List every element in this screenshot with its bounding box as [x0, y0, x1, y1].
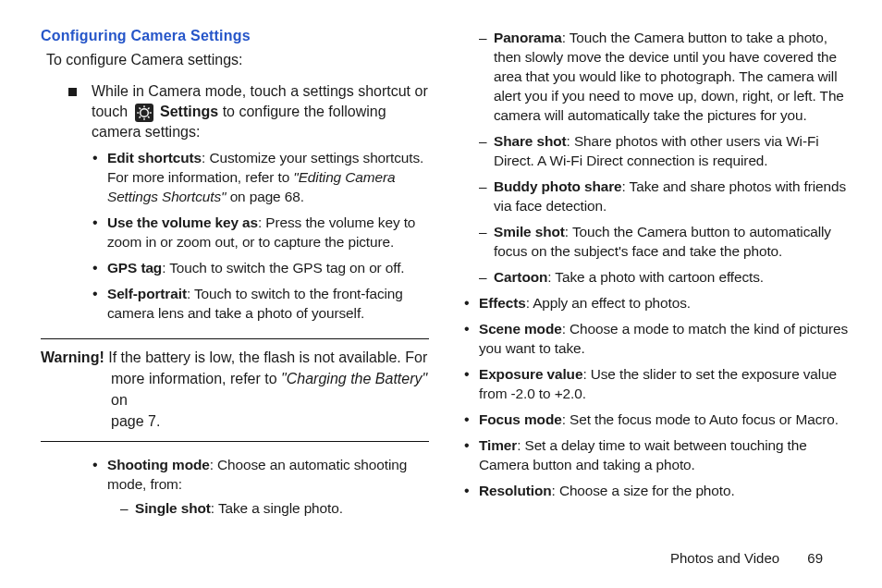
settings-list-right: Effects: Apply an effect to photos. Scen… — [464, 293, 851, 507]
item-bold: Edit shortcuts — [107, 150, 202, 165]
section-heading: Configuring Camera Settings — [41, 28, 429, 44]
t: more information, refer to — [111, 371, 281, 386]
list-item: Single shot: Take a single photo. — [120, 498, 429, 518]
list-item: Edit shortcuts: Customize your settings … — [92, 148, 429, 206]
warning-line2: more information, refer to "Charging the… — [41, 368, 429, 410]
item-bold: Share shot — [494, 133, 567, 149]
settings-list-2: Shooting mode: Choose an automatic shoot… — [92, 455, 429, 524]
item-bold: Panorama — [494, 30, 562, 45]
square-bullet-icon — [68, 88, 77, 96]
sub-list: Single shot: Take a single photo. — [120, 498, 429, 518]
item-bold: Resolution — [479, 483, 552, 498]
footer-section: Photos and Video — [670, 550, 779, 566]
t: on — [111, 392, 128, 408]
list-item: Share shot: Share photos with other user… — [479, 131, 851, 170]
divider — [41, 338, 429, 339]
item-rest: : Apply an effect to photos. — [526, 295, 691, 311]
list-item: Timer: Set a delay time to wait between … — [464, 435, 851, 474]
item-bold: Effects — [479, 295, 526, 311]
item-bold: Smile shot — [494, 224, 565, 239]
warning-line1: If the battery is low, the flash is not … — [104, 349, 428, 365]
gear-icon — [135, 104, 153, 122]
item-rest: : Take a single photo. — [211, 500, 343, 516]
page-number: 69 — [807, 550, 823, 566]
item-bold: Focus mode — [479, 411, 562, 427]
item-rest: : Choose a size for the photo. — [552, 483, 735, 498]
item-bold: Buddy photo share — [494, 178, 622, 194]
settings-list-1: Edit shortcuts: Customize your settings … — [92, 148, 429, 329]
item-bold: Single shot — [135, 500, 211, 516]
item-bold: Exposure value — [479, 366, 582, 382]
list-item: Shooting mode: Choose an automatic shoot… — [92, 455, 429, 518]
page-footer: Photos and Video 69 — [670, 550, 823, 566]
item-bold: Timer — [479, 437, 517, 453]
item-tail: on page 68. — [226, 189, 303, 204]
list-item: Focus mode: Set the focus mode to Auto f… — [464, 410, 851, 429]
list-item: Effects: Apply an effect to photos. — [464, 293, 851, 312]
item-rest: : Take a photo with cartoon effects. — [547, 269, 764, 285]
item-bold: GPS tag — [107, 260, 162, 276]
item-rest: : Set the focus mode to Auto focus or Ma… — [562, 411, 839, 427]
item-rest: : Touch to switch the GPS tag on or off. — [162, 260, 404, 276]
item-bold: Self-portrait — [107, 286, 187, 301]
item-rest: : Set a delay time to wait between touch… — [479, 437, 807, 472]
list-item: Cartoon: Take a photo with cartoon effec… — [479, 267, 851, 287]
intro-text: To configure Camera settings: — [46, 52, 429, 68]
square-bullet-text: While in Camera mode, touch a settings s… — [92, 81, 429, 142]
list-item: Self-portrait: Touch to switch to the fr… — [92, 284, 429, 323]
list-item: Resolution: Choose a size for the photo. — [464, 481, 851, 500]
list-item: Panorama: Touch the Camera button to tak… — [479, 28, 851, 125]
list-item: Smile shot: Touch the Camera button to a… — [479, 222, 851, 261]
list-item: GPS tag: Touch to switch the GPS tag on … — [92, 258, 429, 277]
square-bullet-row: While in Camera mode, touch a settings s… — [68, 81, 429, 142]
item-bold: Use the volume key as — [107, 214, 258, 230]
warning-line3: page 7. — [41, 410, 429, 432]
item-bold: Cartoon — [494, 269, 547, 285]
divider — [41, 441, 429, 442]
list-item: Scene mode: Choose a mode to match the k… — [464, 319, 851, 358]
shooting-mode-sublist: Panorama: Touch the Camera button to tak… — [479, 28, 851, 293]
warning-label: Warning! — [41, 349, 104, 365]
warning-ital: "Charging the Battery" — [281, 371, 427, 386]
settings-word: Settings — [160, 104, 218, 119]
list-item: Exposure value: Use the slider to set th… — [464, 364, 851, 403]
warning-block: Warning! If the battery is low, the flas… — [41, 347, 429, 432]
list-item: Buddy photo share: Take and share photos… — [479, 177, 851, 215]
item-bold: Shooting mode — [107, 457, 210, 472]
item-bold: Scene mode — [479, 321, 562, 337]
list-item: Use the volume key as: Press the volume … — [92, 213, 429, 251]
